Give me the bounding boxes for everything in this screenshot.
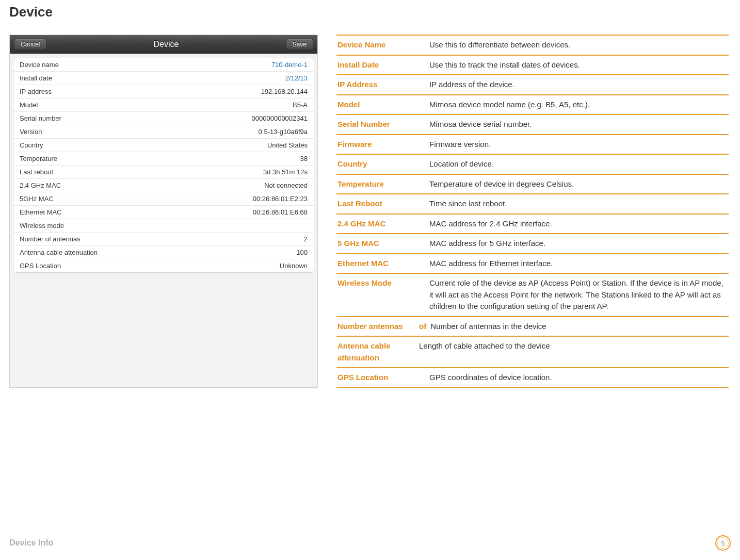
definition-term: Wireless Mode	[337, 277, 429, 312]
definition-row: IP AddressIP address of the device.	[336, 74, 729, 95]
cancel-button[interactable]: Cancel	[14, 39, 46, 50]
definition-description: Length of cable attached to the device	[419, 340, 550, 364]
row-label: Antenna cable attenuation	[20, 249, 98, 256]
definition-term: 5 GHz MAC	[337, 238, 429, 250]
row-label: 2.4 GHz MAC	[20, 182, 61, 189]
panel-row: Ethernet MAC00:26:86:01:E6:68	[13, 206, 314, 219]
definition-description: of Number of antennas in the device	[419, 321, 546, 333]
definition-row: GPS LocationGPS coordinates of device lo…	[336, 367, 729, 388]
row-label: Wireless mode	[20, 222, 64, 229]
row-value: United States	[267, 141, 308, 149]
definition-row: ModelMimosa device model name (e.g. B5, …	[336, 94, 729, 115]
definition-row: Install DateUse this to track the instal…	[336, 55, 729, 75]
row-label: Temperature	[20, 155, 57, 162]
definition-term: Number antennas	[337, 321, 419, 333]
definition-text: Number of antennas in the device	[428, 322, 546, 331]
footer-section-label: Device Info	[9, 538, 53, 548]
definition-term: Country	[337, 158, 429, 170]
definition-term: Antenna cable attenuation	[337, 340, 419, 364]
row-label: Install date	[20, 74, 52, 82]
page-footer: Device Info 5	[9, 535, 731, 551]
row-value: 100	[296, 249, 308, 256]
row-label: Serial number	[20, 114, 61, 122]
panel-row: Serial number000000000002341	[13, 112, 314, 125]
content-wrapper: Cancel Device Save Device name710-demo-1…	[9, 35, 731, 388]
row-value: B5-A	[293, 101, 308, 109]
definition-term: Temperature	[337, 178, 429, 190]
definition-description: Location of device.	[429, 158, 494, 170]
definition-row: Serial NumberMimosa device serial number…	[336, 114, 729, 135]
row-value[interactable]: 2/12/13	[285, 74, 308, 82]
definition-row: FirmwareFirmware version.	[336, 134, 729, 155]
definition-term: Ethernet MAC	[337, 258, 429, 270]
row-value: 00:26:86:01:E6:68	[253, 208, 308, 216]
page-title: Device	[9, 4, 731, 20]
definition-description: Current role of the device as AP (Access…	[429, 277, 727, 312]
definition-row: 2.4 GHz MACMAC address for 2.4 GHz inter…	[336, 213, 729, 234]
row-value: 00:26:86:01:E2:23	[253, 195, 308, 203]
row-label: IP address	[20, 88, 52, 95]
panel-row: Version0.5-13-g10a6f9a	[13, 125, 314, 139]
definition-row: 5 GHz MACMAC address for 5 GHz interface…	[336, 233, 729, 254]
panel-row: Last reboot3d 3h 51m 12s	[13, 166, 314, 179]
definition-description: Mimosa device serial number.	[429, 119, 532, 130]
panel-row: Number of antennas2	[13, 233, 314, 246]
row-value: 192.168.20.144	[261, 88, 308, 95]
panel-row: Install date2/12/13	[13, 72, 314, 85]
row-label: 5GHz MAC	[20, 195, 54, 203]
definition-description: MAC address for Ethernet interface.	[429, 258, 553, 270]
row-label: Last reboot	[20, 168, 53, 176]
definition-row: Antenna cable attenuationLength of cable…	[336, 336, 729, 368]
panel-row: ModelB5-A	[13, 98, 314, 112]
inline-of: of	[419, 322, 426, 331]
definition-row: Device NameUse this to differentiate bet…	[336, 35, 729, 55]
row-value: 38	[300, 155, 308, 162]
definition-description: Temperature of device in degrees Celsius…	[429, 178, 574, 190]
definition-description: Use this to differentiate between device…	[429, 39, 570, 51]
definition-term: Model	[337, 99, 429, 111]
definition-term: Firmware	[337, 139, 429, 151]
definition-row: Ethernet MACMAC address for Ethernet int…	[336, 253, 729, 274]
panel-row: 2.4 GHz MACNot connected	[13, 179, 314, 192]
row-label: Version	[20, 128, 42, 136]
row-value: 0.5-13-g10a6f9a	[259, 128, 308, 136]
definition-description: Firmware version.	[429, 139, 491, 151]
panel-row: Device name710-demo-1	[13, 58, 314, 72]
panel-title: Device	[154, 40, 179, 49]
panel-header: Cancel Device Save	[10, 35, 317, 54]
panel-row: Temperature38	[13, 152, 314, 166]
definition-term: IP Address	[337, 79, 429, 91]
definition-description: GPS coordinates of device location.	[429, 372, 552, 384]
definition-term: GPS Location	[337, 372, 429, 384]
row-label: Country	[20, 141, 43, 149]
panel-row: GPS LocationUnknown	[13, 259, 314, 272]
definition-description: Use this to track the install dates of d…	[429, 59, 580, 71]
definitions-table: Device NameUse this to differentiate bet…	[336, 35, 729, 388]
row-value: 000000000002341	[252, 114, 308, 122]
row-label: Device name	[20, 61, 59, 69]
row-value: 3d 3h 51m 12s	[263, 168, 308, 176]
definition-row: TemperatureTemperature of device in degr…	[336, 174, 729, 194]
row-value: Unknown	[280, 262, 308, 270]
definition-description: Mimosa device model name (e.g. B5, A5, e…	[429, 99, 590, 111]
row-value[interactable]: 710-demo-1	[271, 61, 308, 69]
definition-term: Last Reboot	[337, 198, 429, 210]
save-button[interactable]: Save	[286, 39, 313, 50]
row-value: 2	[304, 235, 308, 243]
panel-body: Device name710-demo-1Install date2/12/13…	[13, 58, 314, 273]
row-value: Not connected	[264, 182, 308, 189]
panel-row: Antenna cable attenuation100	[13, 246, 314, 259]
panel-row: IP address192.168.20.144	[13, 85, 314, 98]
row-label: Model	[20, 101, 38, 109]
definition-description: Time since last reboot.	[429, 198, 507, 210]
device-panel: Cancel Device Save Device name710-demo-1…	[9, 35, 318, 388]
definition-description: MAC address for 5 GHz interface.	[429, 238, 545, 250]
row-label: GPS Location	[20, 262, 61, 270]
panel-row: 5GHz MAC00:26:86:01:E2:23	[13, 192, 314, 206]
definition-row: Wireless ModeCurrent role of the device …	[336, 273, 729, 317]
definition-row: Number antennasof Number of antennas in …	[336, 316, 729, 337]
definition-term: Device Name	[337, 39, 429, 51]
definition-row: Last RebootTime since last reboot.	[336, 193, 729, 214]
definition-term: Install Date	[337, 59, 429, 71]
row-label: Number of antennas	[20, 235, 81, 243]
